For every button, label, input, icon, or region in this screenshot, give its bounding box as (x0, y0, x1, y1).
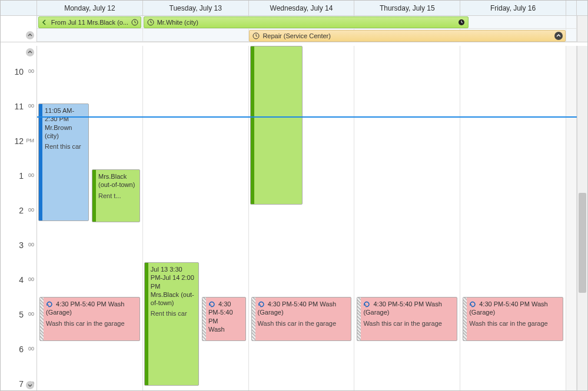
allday-gutter (1, 16, 37, 42)
recurrence-icon (258, 301, 265, 308)
hour-label: 2 (19, 206, 24, 215)
day-col-mon[interactable]: 11:05 AM-2:30 PM Mr.Brown (city) Rent th… (37, 46, 143, 390)
allday-event-mr-white[interactable]: Mr.White (city) (144, 16, 469, 28)
appointment-time: 4:30 PM-5:40 PM (373, 300, 424, 308)
hour-label: 6 (19, 345, 24, 354)
appointment-time: 4:30 PM-5:40 PM (56, 300, 107, 308)
appointment-wash-thu[interactable]: 4:30 PM-5:40 PM Wash (Garage) Wash this … (357, 297, 457, 341)
appointment-desc: Wash this car in the garage (469, 319, 559, 327)
clock-icon (252, 32, 260, 40)
scrollbar-header-spacer (577, 1, 587, 15)
vertical-scrollbar[interactable] (577, 46, 587, 390)
day-header-mon[interactable]: Monday, July 12 (37, 1, 143, 15)
allday-event-mrs-black[interactable]: From Jul 11 Mrs.Black (o... (38, 16, 141, 28)
hour-label: 4 (19, 275, 24, 285)
allday-collapse-up-icon[interactable] (26, 31, 34, 39)
allday-event-mr-white-label: Mr.White (city) (157, 16, 198, 28)
allday-event-repair[interactable]: Repair (Service Center) (249, 30, 565, 42)
hour-label: 7 (19, 379, 24, 389)
time-gutter: 10 00 11 00 12 PM 1 00 2 00 3 00 (1, 46, 37, 390)
scrollbar-thumb[interactable] (579, 193, 586, 293)
day-col-thu[interactable]: 4:30 PM-5:40 PM Wash (Garage) Wash this … (354, 46, 460, 390)
allday-event-repair-label: Repair (Service Center) (263, 30, 331, 42)
appointment-desc: Rent t... (98, 192, 136, 200)
appointment-who: Mrs.Black (out-of-town) (151, 290, 195, 308)
hour-suffix: 00 (28, 68, 34, 74)
day-header-thu[interactable]: Thursday, July 15 (354, 1, 460, 15)
hour-label: 12 (14, 136, 24, 146)
appointment-black-tue[interactable]: Jul 13 3:30 PM-Jul 14 2:00 PM Mrs.Black … (144, 262, 199, 386)
day-header-tue[interactable]: Tuesday, July 13 (143, 1, 249, 15)
day-col-sat-sliver[interactable] (566, 46, 577, 390)
appointment-time: 11:05 AM-2:30 PM (45, 106, 85, 123)
appointment-desc: Wash this car in the garage (363, 319, 453, 327)
day-col-wed[interactable]: 4:30 PM-5:40 PM Wash (Garage) Wash this … (249, 46, 355, 390)
time-gutter-header (1, 1, 37, 15)
recurrence-icon (46, 301, 53, 308)
allday-event-mrs-black-label: From Jul 11 Mrs.Black (o... (51, 16, 128, 28)
next-appointment-icon[interactable] (26, 381, 34, 389)
recurrence-icon (208, 301, 215, 308)
allday-scrollbar-spacer (577, 16, 587, 42)
appointment-desc: Rent this car (45, 142, 85, 151)
appointment-who: Wash (208, 325, 242, 333)
hour-suffix: 00 (28, 103, 34, 109)
day-columns[interactable]: 11:05 AM-2:30 PM Mr.Brown (city) Rent th… (37, 46, 577, 390)
day-header-fri[interactable]: Friday, July 16 (460, 1, 566, 15)
day-header-wed[interactable]: Wednesday, July 14 (249, 1, 355, 15)
allday-area: From Jul 11 Mrs.Black (o... Mr.White (ci… (1, 16, 587, 42)
appointment-desc: Rent this car (151, 309, 195, 318)
day-header-sat-sliver[interactable] (566, 1, 577, 15)
appointment-time: 4:30 PM-5:40 PM (479, 300, 530, 308)
hour-suffix: 00 (28, 172, 34, 178)
hour-suffix: PM (26, 138, 35, 143)
hour-label: 3 (19, 240, 24, 250)
appointment-wash-tue[interactable]: 4:30 PM-5:40 PM Wash (202, 297, 246, 341)
day-header-row: Monday, July 12 Tuesday, July 13 Wednesd… (1, 1, 587, 16)
hour-label: 1 (19, 171, 24, 181)
appointment-who: Mrs.Black (out-of-town) (98, 172, 136, 189)
current-time-indicator (37, 116, 577, 118)
appointment-black-wed-continuation[interactable] (250, 46, 303, 205)
reminder-bell-icon (457, 18, 466, 26)
clock-icon (147, 18, 155, 26)
hour-label: 5 (19, 310, 24, 319)
hour-suffix: 00 (28, 276, 34, 282)
hour-label: 11 (14, 102, 24, 111)
appointment-who: Mr.Brown (city) (45, 123, 85, 141)
appointment-black-mon[interactable]: Mrs.Black (out-of-town) Rent t... (92, 169, 140, 222)
appointment-time: Jul 13 3:30 PM-Jul 14 2:00 PM (151, 265, 195, 290)
appointment-desc: Wash this car in the garage (258, 319, 348, 327)
appointment-brown[interactable]: 11:05 AM-2:30 PM Mr.Brown (city) Rent th… (38, 103, 89, 221)
appointment-time: 4:30 PM-5:40 PM (268, 300, 318, 308)
hour-suffix: 00 (28, 207, 34, 213)
day-col-fri[interactable]: 4:30 PM-5:40 PM Wash (Garage) Wash this … (460, 46, 566, 390)
hour-suffix: 00 (28, 311, 34, 317)
hour-suffix: 00 (28, 242, 34, 248)
appointment-wash-mon[interactable]: 4:30 PM-5:40 PM Wash (Garage) Wash this … (39, 297, 140, 341)
appointment-wash-wed[interactable]: 4:30 PM-5:40 PM Wash (Garage) Wash this … (251, 297, 352, 341)
appointment-wash-fri[interactable]: 4:30 PM-5:40 PM Wash (Garage) Wash this … (463, 297, 563, 341)
recurrence-icon (469, 301, 476, 308)
clock-icon (131, 18, 138, 26)
recurrence-icon (554, 32, 563, 40)
prev-appointment-icon[interactable] (26, 48, 34, 56)
recurrence-icon (363, 301, 370, 308)
appointment-desc: Wash this car in the garage (46, 319, 136, 327)
continues-left-arrow-icon (41, 18, 49, 26)
day-col-tue[interactable]: Jul 13 3:30 PM-Jul 14 2:00 PM Mrs.Black … (143, 46, 249, 390)
hour-label: 10 (14, 67, 24, 76)
hour-suffix: 00 (28, 346, 34, 352)
